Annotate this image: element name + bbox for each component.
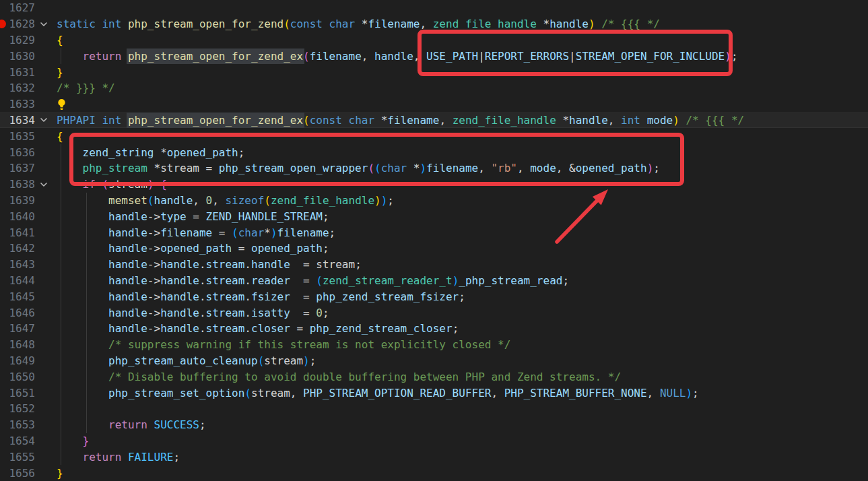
line-number[interactable]: 1638	[0, 178, 35, 191]
editor-row-1627[interactable]: 1627	[0, 0, 868, 16]
code-line[interactable]: handle->handle.stream.handle = stream;	[53, 258, 362, 271]
editor-row-1638[interactable]: 1638 if (stream) {	[0, 177, 868, 193]
editor-row-1634[interactable]: 1634PHPAPI int php_stream_open_for_zend_…	[0, 113, 868, 129]
code-line[interactable]	[53, 98, 68, 110]
code-line[interactable]: /* suppress warning if this stream is no…	[53, 338, 510, 351]
editor-row-1642[interactable]: 1642 handle->opened_path = opened_path;	[0, 241, 868, 257]
code-line[interactable]: handle->opened_path = opened_path;	[53, 242, 329, 255]
code-line[interactable]: return SUCCESS;	[53, 418, 206, 431]
code-line[interactable]: }	[53, 66, 63, 79]
code-line[interactable]: handle->handle.stream.closer = php_zend_…	[53, 322, 459, 335]
editor-row-1639[interactable]: 1639 memset(handle, 0, sizeof(zend_file_…	[0, 193, 868, 209]
line-number[interactable]: 1632	[0, 82, 35, 94]
code-line[interactable]: handle->handle.stream.fsizer = php_zend_…	[53, 290, 465, 303]
line-number[interactable]: 1629	[0, 34, 35, 46]
code-line[interactable]: }	[53, 467, 63, 480]
editor-row-1644[interactable]: 1644 handle->handle.stream.reader = (zen…	[0, 273, 868, 289]
editor-row-1643[interactable]: 1643 handle->handle.stream.handle = stre…	[0, 257, 868, 273]
editor-row-1650[interactable]: 1650 /* Disable buffering to avoid doubl…	[0, 368, 868, 385]
code-line[interactable]: handle->handle.stream.isatty = 0;	[53, 307, 329, 319]
line-number[interactable]: 1644	[0, 274, 35, 287]
editor-row-1653[interactable]: 1653 return SUCCESS;	[0, 417, 868, 433]
code-line[interactable]: /* Disable buffering to avoid double buf…	[53, 371, 621, 383]
code-line[interactable]: handle->type = ZEND_HANDLE_STREAM;	[53, 210, 329, 223]
code-token	[57, 178, 83, 191]
line-number[interactable]: 1656	[0, 467, 35, 480]
editor-row-1655[interactable]: 1655 return FAILURE;	[0, 449, 868, 465]
line-number[interactable]: 1654	[0, 435, 35, 447]
code-line[interactable]: memset(handle, 0, sizeof(zend_file_handl…	[53, 194, 394, 207]
line-number[interactable]: 1642	[0, 242, 35, 255]
line-number[interactable]: 1651	[0, 387, 35, 399]
code-line[interactable]: {	[53, 130, 63, 143]
editor-row-1640[interactable]: 1640 handle->type = ZEND_HANDLE_STREAM;	[0, 208, 868, 224]
editor-row-1645[interactable]: 1645 handle->handle.stream.fsizer = php_…	[0, 288, 868, 304]
editor-row-1656[interactable]: 1656}	[0, 465, 868, 481]
editor-row-1629[interactable]: 1629{	[0, 32, 868, 49]
editor-row-1637[interactable]: 1637 php_stream *stream = php_stream_ope…	[0, 160, 868, 177]
code-line[interactable]: PHPAPI int php_stream_open_for_zend_ex(c…	[53, 114, 744, 127]
editor-row-1648[interactable]: 1648 /* suppress warning if this stream …	[0, 337, 868, 353]
editor-row-1651[interactable]: 1651 php_stream_set_option(stream, PHP_S…	[0, 385, 868, 401]
editor-row-1652[interactable]: 1652	[0, 401, 868, 417]
code-token: *	[537, 18, 549, 30]
editor-row-1636[interactable]: 1636 zend_string *opened_path;	[0, 144, 868, 160]
code-token: ->	[147, 274, 160, 287]
line-number[interactable]: 1648	[0, 338, 35, 351]
code-token: *	[147, 162, 160, 174]
editor-row-1628[interactable]: 1628static int php_stream_open_for_zend(…	[0, 16, 868, 32]
line-number[interactable]: 1650	[0, 371, 35, 383]
line-number[interactable]: 1634	[0, 114, 35, 127]
fold-chevron-icon[interactable]	[35, 115, 53, 125]
editor-row-1631[interactable]: 1631}	[0, 64, 868, 80]
code-line[interactable]: handle->handle.stream.reader = (zend_str…	[53, 274, 569, 287]
code-line[interactable]: {	[53, 34, 63, 46]
editor-row-1641[interactable]: 1641 handle->filename = (char*)filename;	[0, 224, 868, 241]
line-number[interactable]: 1637	[0, 162, 35, 174]
editor-row-1632[interactable]: 1632/* }}} */	[0, 80, 868, 96]
code-line[interactable]: php_stream_auto_cleanup(stream);	[53, 354, 316, 367]
code-line[interactable]: zend_string *opened_path;	[53, 146, 244, 159]
line-number[interactable]: 1631	[0, 66, 35, 79]
code-line[interactable]: return php_stream_open_for_zend_ex(filen…	[53, 50, 738, 63]
line-number[interactable]: 1643	[0, 258, 35, 271]
code-token: =	[290, 290, 316, 303]
line-number[interactable]: 1636	[0, 146, 35, 159]
line-number[interactable]: 1647	[0, 322, 35, 335]
code-token: fsizer	[251, 290, 290, 303]
editor-row-1635[interactable]: 1635{	[0, 128, 868, 144]
line-number[interactable]: 1645	[0, 290, 35, 303]
line-number[interactable]: 1635	[0, 130, 35, 143]
editor-row-1649[interactable]: 1649 php_stream_auto_cleanup(stream);	[0, 353, 868, 369]
editor-row-1633[interactable]: 1633	[0, 96, 868, 113]
code-line[interactable]: php_stream_set_option(stream, PHP_STREAM…	[53, 387, 699, 399]
line-number[interactable]: 1646	[0, 307, 35, 319]
editor-lines[interactable]: 16271628static int php_stream_open_for_z…	[0, 0, 868, 481]
code-line[interactable]: static int php_stream_open_for_zend(cons…	[53, 18, 660, 30]
quickfix-lightbulb-icon[interactable]	[57, 98, 67, 110]
line-number[interactable]: 1630	[0, 50, 35, 63]
line-number[interactable]: 1653	[0, 418, 35, 431]
code-token: php_stream_open_for_zend_ex	[128, 50, 303, 63]
fold-chevron-icon[interactable]	[35, 20, 53, 29]
line-number[interactable]: 1627	[0, 1, 35, 14]
line-number[interactable]: 1652	[0, 402, 35, 415]
fold-chevron-icon[interactable]	[35, 180, 53, 189]
code-editor[interactable]: 16271628static int php_stream_open_for_z…	[0, 0, 868, 481]
code-line[interactable]: php_stream *stream = php_stream_open_wra…	[53, 162, 660, 174]
editor-row-1646[interactable]: 1646 handle->handle.stream.isatty = 0;	[0, 304, 868, 321]
editor-row-1654[interactable]: 1654 }	[0, 433, 868, 449]
code-line[interactable]: if (stream) {	[53, 178, 167, 191]
code-line[interactable]: /* }}} */	[53, 82, 115, 94]
line-number[interactable]: 1640	[0, 210, 35, 223]
editor-row-1647[interactable]: 1647 handle->handle.stream.closer = php_…	[0, 321, 868, 337]
line-number[interactable]: 1639	[0, 194, 35, 207]
line-number[interactable]: 1641	[0, 226, 35, 239]
code-line[interactable]: return FAILURE;	[53, 451, 180, 463]
line-number[interactable]: 1655	[0, 451, 35, 463]
line-number[interactable]: 1649	[0, 354, 35, 367]
line-number[interactable]: 1633	[0, 98, 35, 110]
code-line[interactable]: handle->filename = (char*)filename;	[53, 226, 335, 239]
code-line[interactable]: }	[53, 435, 89, 447]
editor-row-1630[interactable]: 1630 return php_stream_open_for_zend_ex(…	[0, 48, 868, 64]
